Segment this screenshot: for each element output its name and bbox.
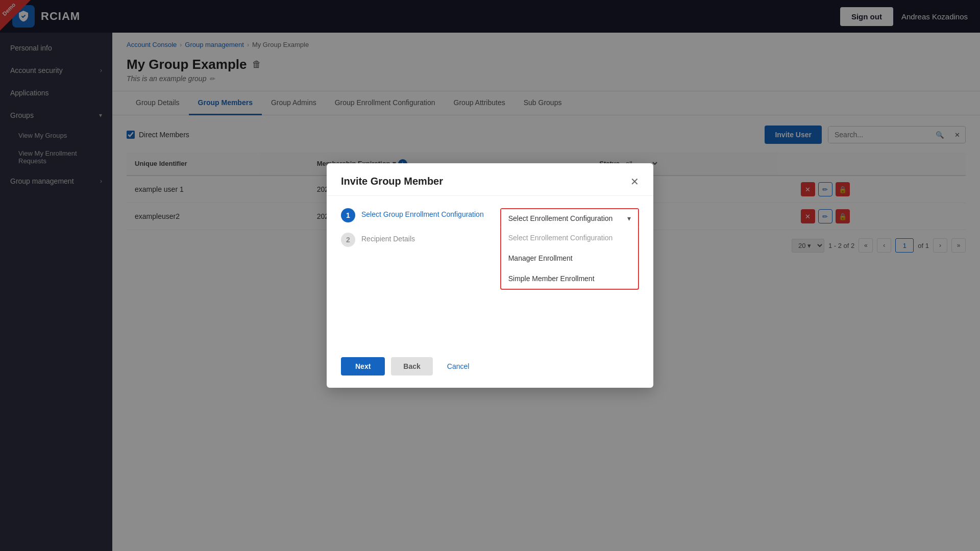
invite-group-member-modal: Invite Group Member ✕ 1 Select Group Enr…	[327, 163, 653, 388]
modal-form: Select Enrollement Configuration ▾ Selec…	[500, 208, 639, 337]
modal-close-button[interactable]: ✕	[630, 177, 639, 187]
step-1-circle: 1	[341, 208, 355, 222]
modal-header: Invite Group Member ✕	[327, 163, 653, 196]
cancel-button[interactable]: Cancel	[439, 357, 478, 375]
dropdown-header[interactable]: Select Enrollement Configuration ▾	[501, 209, 638, 228]
back-button[interactable]: Back	[391, 357, 432, 375]
step-1-item: 1 Select Group Enrollment Configuration	[341, 208, 484, 222]
step-1-label: Select Group Enrollment Configuration	[361, 208, 484, 218]
step-2-circle: 2	[341, 233, 355, 247]
dropdown-option-manager[interactable]: Manager Enrollment	[501, 248, 638, 268]
step-2-item: 2 Recipient Details	[341, 233, 484, 247]
modal-overlay[interactable]: Invite Group Member ✕ 1 Select Group Enr…	[0, 0, 980, 551]
dropdown-arrow-icon: ▾	[627, 214, 631, 222]
next-button[interactable]: Next	[341, 357, 385, 375]
dropdown-option-placeholder[interactable]: Select Enrollement Configuration	[501, 228, 638, 248]
step-2-label: Recipient Details	[361, 233, 415, 243]
modal-steps: 1 Select Group Enrollment Configuration …	[341, 208, 484, 337]
enrollment-config-dropdown: Select Enrollement Configuration ▾ Selec…	[500, 208, 639, 229]
dropdown-selected-value: Select Enrollement Configuration	[508, 214, 613, 222]
modal-footer: Next Back Cancel	[327, 349, 653, 388]
dropdown-option-simple[interactable]: Simple Member Enrollment	[501, 268, 638, 289]
dropdown-list: Select Enrollement Configuration Manager…	[500, 228, 639, 290]
modal-body: 1 Select Group Enrollment Configuration …	[327, 196, 653, 349]
modal-title: Invite Group Member	[341, 176, 443, 187]
